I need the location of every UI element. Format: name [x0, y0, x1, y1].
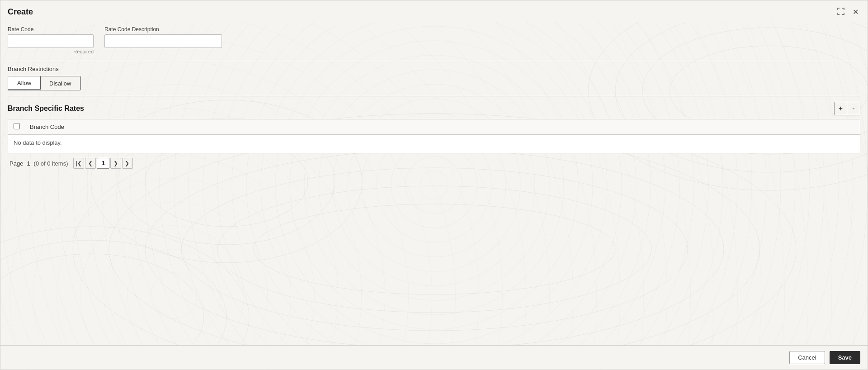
modal-footer: Cancel Save — [0, 345, 868, 370]
rate-code-field: Rate Code Required — [8, 26, 94, 54]
rate-code-description-label: Rate Code Description — [104, 26, 222, 33]
header-controls: ✕ — [835, 7, 860, 17]
pagination-row: Page 1 (0 of 0 items) |❮ ❮ 1 ❯ ❯| — [8, 153, 860, 173]
close-button[interactable]: ✕ — [851, 7, 860, 17]
table-body: No data to display. — [8, 135, 860, 153]
expand-button[interactable] — [835, 7, 846, 17]
disallow-button[interactable]: Disallow — [40, 76, 80, 90]
section-header-row: Branch Specific Rates + - — [8, 102, 860, 115]
form-fields-row: Rate Code Required Rate Code Description — [8, 26, 860, 54]
branch-code-column-header: Branch Code — [30, 123, 854, 130]
save-button[interactable]: Save — [830, 351, 860, 364]
rate-code-label: Rate Code — [8, 26, 94, 33]
prev-page-button[interactable]: ❮ — [85, 158, 96, 169]
create-modal: Create ✕ Rate C — [0, 0, 868, 370]
allow-button[interactable]: Allow — [8, 76, 41, 90]
rate-code-description-input[interactable] — [104, 34, 222, 48]
branch-specific-rates-title: Branch Specific Rates — [8, 104, 84, 113]
cancel-button[interactable]: Cancel — [789, 351, 825, 364]
select-all-checkbox[interactable] — [14, 123, 20, 129]
no-data-message: No data to display. — [14, 139, 62, 146]
modal-header: Create ✕ — [0, 0, 868, 22]
expand-icon — [837, 8, 844, 16]
page-info: (0 of 0 items) — [34, 160, 68, 167]
required-text: Required — [8, 49, 94, 54]
branch-specific-rates-section: Branch Specific Rates + - Branch Code No… — [8, 102, 860, 173]
add-remove-buttons: + - — [834, 102, 860, 115]
current-page-button[interactable]: 1 — [97, 158, 109, 169]
branch-restrictions-section: Branch Restrictions Allow Disallow — [8, 66, 860, 90]
modal-body: Rate Code Required Rate Code Description… — [0, 22, 868, 345]
branch-specific-rates-table: Branch Code No data to display. — [8, 119, 860, 153]
divider-1 — [8, 60, 860, 60]
page-label: Page — [9, 160, 23, 167]
select-all-checkbox-col — [14, 123, 30, 131]
branch-restrictions-label: Branch Restrictions — [8, 66, 860, 72]
table-header: Branch Code — [8, 119, 860, 135]
rate-code-description-field: Rate Code Description — [104, 26, 222, 54]
modal-title: Create — [8, 7, 33, 17]
last-page-button[interactable]: ❯| — [122, 158, 133, 169]
branch-restrictions-toggle: Allow Disallow — [8, 76, 81, 90]
close-icon: ✕ — [853, 8, 859, 16]
first-page-button[interactable]: |❮ — [73, 158, 84, 169]
next-page-button[interactable]: ❯ — [110, 158, 121, 169]
remove-row-button[interactable]: - — [847, 102, 860, 115]
page-number-display: 1 — [27, 160, 30, 167]
add-row-button[interactable]: + — [835, 102, 847, 115]
page-nav-buttons: |❮ ❮ 1 ❯ ❯| — [73, 158, 133, 169]
rate-code-input[interactable] — [8, 34, 94, 48]
divider-2 — [8, 96, 860, 96]
